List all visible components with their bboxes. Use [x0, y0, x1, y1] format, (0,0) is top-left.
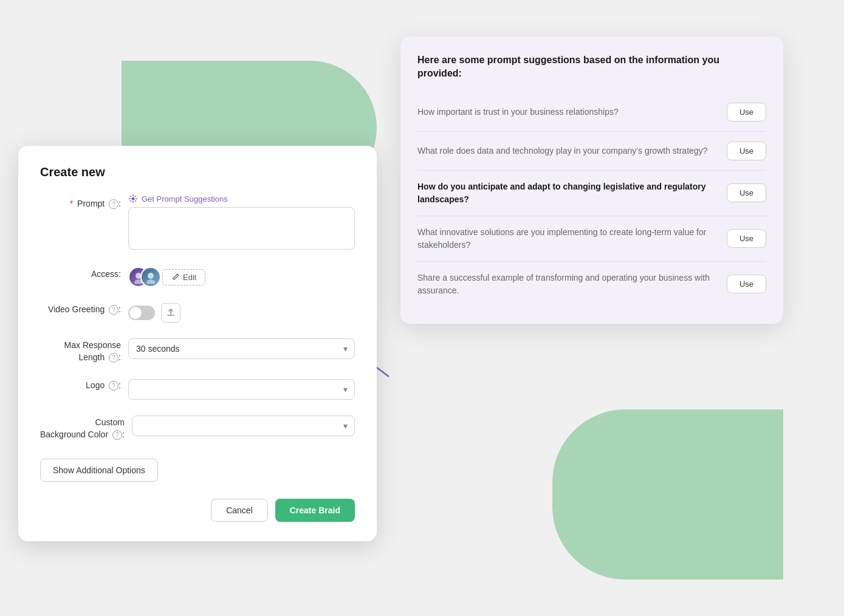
suggestion-item-4: What innovative solutions are you implem…	[417, 216, 766, 262]
use-button-1[interactable]: Use	[727, 103, 766, 121]
suggestion-text-2: What role does data and technology play …	[417, 145, 727, 157]
suggestion-text-4: What innovative solutions are you implem…	[417, 226, 727, 252]
prompt-row: * Prompt ?: Get Prompt Suggestions	[40, 194, 355, 252]
edit-icon	[171, 273, 180, 281]
edit-label: Edit	[183, 273, 196, 282]
suggestion-item-2: What role does data and technology play …	[417, 132, 766, 171]
toggle-thumb	[129, 307, 142, 319]
avatar-2	[140, 267, 161, 287]
create-modal: Create new * Prompt ?:	[18, 146, 377, 541]
avatar-2-icon	[144, 270, 157, 284]
access-label-text: Access	[91, 269, 118, 279]
prompt-label-text: Prompt	[77, 199, 107, 208]
use-button-5[interactable]: Use	[727, 275, 766, 293]
logo-select[interactable]	[128, 379, 355, 400]
bg-shape-bottom	[552, 409, 783, 580]
max-response-control: 30 seconds 60 seconds 90 seconds 2 minut…	[128, 335, 355, 359]
prompt-label: * Prompt ?:	[40, 194, 128, 209]
prompt-input[interactable]	[128, 207, 355, 250]
custom-bg-help-icon[interactable]: ?	[112, 430, 122, 440]
custom-bg-select-wrapper	[132, 416, 355, 436]
max-response-select[interactable]: 30 seconds 60 seconds 90 seconds 2 minut…	[128, 338, 355, 359]
video-greeting-label: Video Greeting ?:	[40, 299, 128, 315]
modal-footer: Cancel Create Braid	[40, 499, 355, 522]
modal-title: Create new	[40, 165, 355, 179]
suggestions-panel: Here are some prompt suggestions based o…	[400, 36, 783, 324]
custom-bg-label: CustomBackground Color ?:	[40, 412, 132, 440]
video-greeting-control	[128, 299, 355, 323]
prompt-control-wrapper: Get Prompt Suggestions	[128, 194, 355, 252]
suggestions-title: Here are some prompt suggestions based o…	[417, 53, 766, 81]
suggestion-item-3: How do you anticipate and adapt to chang…	[417, 171, 766, 216]
use-button-4[interactable]: Use	[727, 229, 766, 248]
sparkle-icon	[128, 194, 138, 204]
max-response-label: Max ResponseLength ?:	[40, 335, 128, 363]
max-response-row: Max ResponseLength ?: 30 seconds 60 seco…	[40, 335, 355, 363]
svg-line-9	[130, 200, 131, 202]
use-button-3[interactable]: Use	[727, 183, 766, 202]
upload-button[interactable]	[161, 303, 180, 323]
logo-label-text: Logo	[86, 380, 105, 390]
video-greeting-label-text: Video Greeting	[48, 304, 105, 314]
svg-line-6	[130, 196, 131, 197]
toggle-track	[128, 306, 155, 320]
max-response-help-icon[interactable]: ?	[109, 353, 118, 363]
get-prompt-suggestions-link[interactable]: Get Prompt Suggestions	[128, 194, 355, 204]
custom-bg-row: CustomBackground Color ?:	[40, 412, 355, 440]
video-greeting-help-icon[interactable]: ?	[109, 305, 118, 315]
custom-bg-control	[132, 412, 355, 436]
cancel-button[interactable]: Cancel	[211, 499, 268, 522]
suggestion-text-3: How do you anticipate and adapt to chang…	[417, 180, 727, 206]
create-braid-button[interactable]: Create Braid	[275, 499, 355, 522]
video-greeting-row: Video Greeting ?:	[40, 299, 355, 323]
svg-point-12	[148, 273, 154, 279]
edit-button[interactable]: Edit	[162, 269, 205, 286]
access-control-wrapper: Edit	[128, 264, 355, 287]
suggestion-item-5: Share a successful example of transformi…	[417, 262, 766, 307]
custom-bg-select[interactable]	[132, 416, 355, 436]
use-button-2[interactable]: Use	[727, 142, 766, 160]
suggestion-text-1: How important is trust in your business …	[417, 106, 727, 118]
prompt-help-icon[interactable]: ?	[109, 199, 118, 209]
svg-line-8	[135, 196, 136, 197]
video-row-content	[128, 299, 355, 323]
get-prompt-suggestions-label: Get Prompt Suggestions	[142, 194, 228, 204]
suggestion-text-5: Share a successful example of transformi…	[417, 272, 727, 297]
logo-help-icon[interactable]: ?	[109, 381, 118, 391]
logo-select-wrapper	[128, 379, 355, 400]
access-row: Access:	[40, 264, 355, 287]
suggestion-item-1: How important is trust in your business …	[417, 93, 766, 132]
required-indicator: *	[70, 199, 73, 208]
video-greeting-toggle[interactable]	[128, 306, 155, 320]
logo-row: Logo ?:	[40, 375, 355, 400]
svg-point-1	[132, 197, 135, 200]
access-row-content: Edit	[128, 264, 355, 287]
svg-point-13	[146, 279, 155, 284]
logo-control	[128, 375, 355, 400]
access-label: Access:	[40, 264, 128, 279]
max-response-select-wrapper: 30 seconds 60 seconds 90 seconds 2 minut…	[128, 338, 355, 359]
logo-label: Logo ?:	[40, 375, 128, 391]
show-additional-options-button[interactable]: Show Additional Options	[40, 459, 158, 482]
upload-icon	[166, 308, 176, 318]
svg-line-7	[135, 200, 136, 202]
